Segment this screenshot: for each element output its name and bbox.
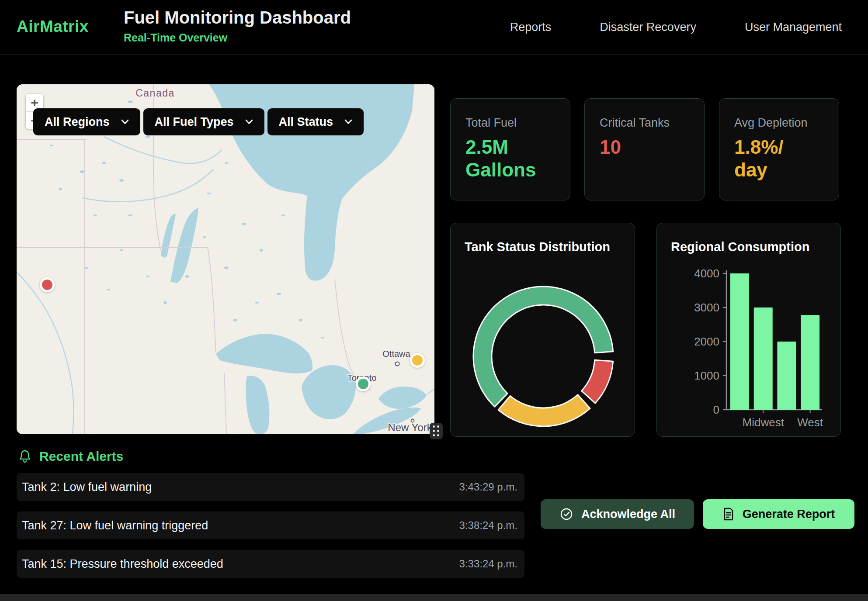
stat-total-fuel-label: Total Fuel (465, 116, 555, 130)
acknowledge-all-button[interactable]: Acknowledge All (541, 499, 694, 529)
nav-disaster-recovery[interactable]: Disaster Recovery (600, 21, 696, 34)
tank-marker-critical[interactable] (40, 277, 55, 292)
alert-time: 3:33:24 p.m. (459, 558, 517, 570)
page-subtitle: Real-Time Overview (124, 31, 227, 44)
ottawa-town-dot (396, 362, 399, 366)
app-header: AirMatrix Fuel Monitoring Dashboard Real… (0, 0, 868, 55)
tank-status-card: Tank Status Distribution (450, 223, 635, 437)
generate-report-label: Generate Report (743, 508, 835, 521)
main-nav: ReportsDisaster RecoveryUser Management (510, 0, 842, 55)
filter-status-value: All Status (279, 115, 333, 129)
bell-icon (18, 449, 31, 464)
tank-marker-normal[interactable] (356, 376, 371, 391)
bar-region-1 (730, 273, 749, 410)
bar-west (801, 315, 819, 410)
bar-midwest (754, 307, 773, 410)
map-drag-handle[interactable] (430, 423, 443, 439)
red-segment (582, 360, 613, 403)
map-panel[interactable]: Canada Ottawa Toronto New York + − All R… (17, 84, 434, 434)
bottom-strip (0, 594, 868, 601)
y-tick-label: 0 (713, 403, 719, 416)
donut-chart-title: Tank Status Distribution (465, 240, 610, 254)
stat-critical-tanks-value: 10 (600, 136, 689, 159)
chevron-down-icon (245, 119, 253, 124)
map-graphic: Canada Ottawa Toronto New York (17, 84, 434, 434)
acknowledge-all-label: Acknowledge All (581, 508, 675, 521)
alert-text: Tank 27: Low fuel warning triggered (22, 519, 208, 532)
document-icon (722, 507, 735, 521)
x-tick-label: West (797, 416, 823, 429)
nav-reports[interactable]: Reports (510, 21, 552, 34)
yellow-segment (498, 395, 590, 426)
map-label-canada: Canada (135, 87, 175, 99)
map-label-new-york: New York (388, 421, 432, 433)
bar-region-3 (777, 342, 796, 410)
regional-consumption-card: Regional Consumption 01000200030004000Mi… (656, 223, 841, 437)
filter-fuel-types-value: All Fuel Types (155, 115, 234, 129)
chevron-down-icon (344, 119, 352, 124)
filter-regions-value: All Regions (45, 115, 110, 129)
stat-critical-tanks-label: Critical Tanks (600, 116, 689, 130)
stat-avg-depletion-label: Avg Depletion (734, 116, 824, 130)
nav-user-management[interactable]: User Management (745, 21, 842, 34)
check-circle-icon (559, 507, 573, 521)
stat-total-fuel-value: 2.5MGallons (465, 136, 555, 181)
chevron-down-icon (121, 119, 129, 124)
filter-status[interactable]: All Status (267, 108, 364, 135)
page-title: Fuel Monitoring Dashboard (124, 8, 351, 28)
stat-critical-tanks: Critical Tanks10 (584, 98, 705, 200)
stat-total-fuel: Total Fuel2.5MGallons (450, 98, 570, 200)
alert-row[interactable]: Tank 15: Pressure threshold exceeded3:33… (17, 550, 524, 578)
map-label-ottawa: Ottawa (382, 349, 410, 359)
map-filters: All RegionsAll Fuel TypesAll Status (33, 108, 364, 135)
y-tick-label: 1000 (694, 369, 719, 382)
stat-avg-depletion-value: 1.8%/day (734, 136, 824, 181)
alert-time: 3:38:24 p.m. (459, 519, 517, 532)
filter-fuel-types[interactable]: All Fuel Types (143, 108, 264, 135)
y-tick-label: 4000 (694, 267, 719, 280)
alert-row[interactable]: Tank 2: Low fuel warning3:43:29 p.m. (17, 473, 524, 501)
alert-time: 3:43:29 p.m. (459, 481, 517, 493)
alert-row[interactable]: Tank 27: Low fuel warning triggered3:38:… (17, 511, 524, 539)
x-tick-label: Midwest (743, 416, 785, 429)
generate-report-button[interactable]: Generate Report (703, 499, 854, 529)
regional-consumption-chart: 01000200030004000MidwestWest (657, 223, 841, 436)
alerts-header: Recent Alerts (18, 449, 123, 464)
alert-text: Tank 15: Pressure threshold exceeded (22, 557, 223, 571)
tank-marker-warning[interactable] (410, 353, 425, 368)
alerts-title: Recent Alerts (39, 449, 123, 464)
tank-status-donut (451, 223, 635, 436)
y-tick-label: 3000 (694, 301, 719, 314)
filter-regions[interactable]: All Regions (33, 108, 140, 135)
stat-avg-depletion: Avg Depletion1.8%/day (719, 98, 839, 200)
brand-logo: AirMatrix (17, 17, 89, 36)
alert-text: Tank 2: Low fuel warning (22, 480, 152, 494)
y-tick-label: 2000 (694, 335, 719, 348)
bar-chart-title: Regional Consumption (671, 240, 809, 254)
